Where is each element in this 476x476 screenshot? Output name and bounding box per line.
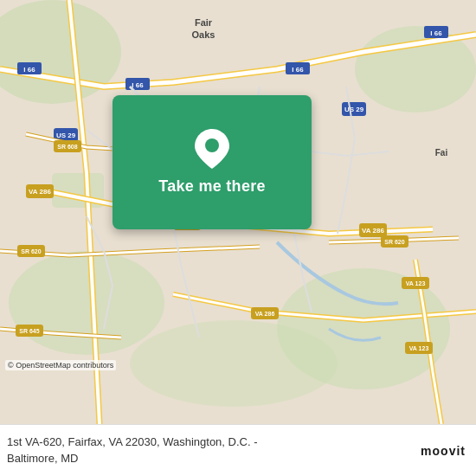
moovit-logo-top: moovit (421, 444, 466, 458)
svg-text:SR 620: SR 620 (384, 239, 404, 245)
svg-point-4 (9, 251, 164, 355)
svg-text:SR 608: SR 608 (57, 144, 77, 150)
map-container: I 66 I 66 I 66 I 66 US 29 VA 286 VA 286 … (0, 0, 476, 424)
bottom-bar: 1st VA-620, Fairfax, VA 22030, Washingto… (0, 424, 476, 476)
svg-text:VA 123: VA 123 (406, 280, 426, 286)
svg-text:Fair: Fair (195, 17, 213, 28)
svg-text:I 66: I 66 (430, 29, 442, 37)
moovit-logo: moovit (421, 444, 466, 458)
svg-point-42 (205, 138, 219, 152)
location-pin-icon (195, 129, 229, 169)
take-me-there-button[interactable]: Take me there (158, 177, 266, 196)
svg-point-5 (130, 320, 338, 407)
svg-text:US 29: US 29 (344, 106, 364, 113)
svg-text:I 66: I 66 (23, 66, 35, 74)
svg-text:VA 286: VA 286 (29, 188, 51, 196)
svg-text:VA 286: VA 286 (362, 227, 384, 235)
svg-text:VA 123: VA 123 (409, 345, 429, 351)
svg-text:SR 620: SR 620 (21, 248, 41, 254)
osm-credit: © OpenStreetMap contributors (5, 360, 116, 370)
address-text: 1st VA-620, Fairfax, VA 22030, Washingto… (7, 434, 412, 466)
svg-text:SR 645: SR 645 (19, 328, 39, 334)
svg-text:Oaks: Oaks (192, 29, 215, 40)
svg-text:US 29: US 29 (56, 132, 76, 139)
svg-text:Fai: Fai (435, 148, 448, 158)
svg-text:I 66: I 66 (292, 66, 304, 74)
svg-text:I 66: I 66 (132, 81, 144, 89)
location-card: Take me there (113, 95, 312, 229)
svg-text:VA 286: VA 286 (255, 311, 275, 317)
